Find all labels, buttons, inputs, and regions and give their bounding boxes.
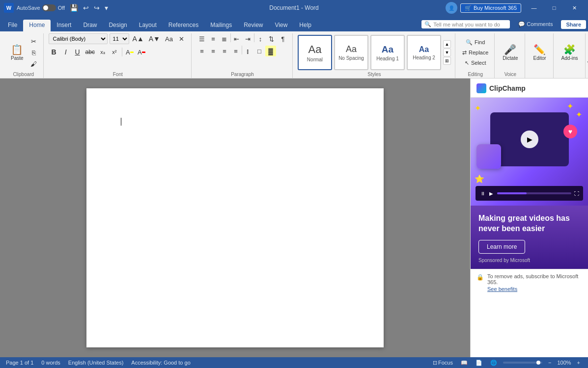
columns-button[interactable]: ⫿ <box>243 46 253 56</box>
line-spacing-button[interactable]: ↕ <box>255 33 266 44</box>
focus-button[interactable]: ⊡ Focus <box>431 360 455 366</box>
style-heading1[interactable]: Aa Heading 1 <box>370 35 405 70</box>
editor-content: ✏️ Editor <box>530 33 549 72</box>
remove-ads-text-block: To remove ads, subscribe to Microsoft 36… <box>487 273 582 292</box>
zoom-out-button[interactable]: − <box>546 360 553 366</box>
save-button[interactable]: 💾 <box>68 3 80 13</box>
outdent-button[interactable]: ⇤ <box>231 33 242 44</box>
tab-layout[interactable]: Layout <box>133 20 163 31</box>
tab-view[interactable]: View <box>269 20 294 31</box>
font-shrink-button[interactable]: A▼ <box>147 33 162 44</box>
timeline-play-button[interactable]: ▶ <box>488 191 494 196</box>
tab-design[interactable]: Design <box>103 20 133 31</box>
see-benefits-link[interactable]: See benefits <box>487 286 582 292</box>
font-family-select[interactable]: Calibri (Body) <box>49 33 108 44</box>
align-right-button[interactable]: ≡ <box>219 46 230 56</box>
comments-button[interactable]: 💬 Comments <box>513 19 558 29</box>
font-color-button[interactable]: A <box>136 47 147 57</box>
profile-avatar[interactable]: 👤 <box>446 2 457 14</box>
justify-button[interactable]: ≡ <box>230 46 241 56</box>
video-mockup: ▶ <box>490 112 569 166</box>
tab-review[interactable]: Review <box>238 20 269 31</box>
tab-insert[interactable]: Insert <box>51 20 77 31</box>
zoom-slider[interactable] <box>503 362 542 364</box>
window-controls: — □ ✕ <box>524 3 584 13</box>
redo-button[interactable]: ↪ <box>92 3 102 13</box>
ribbon-expand-button[interactable]: ▼ <box>587 58 588 66</box>
tab-draw[interactable]: Draw <box>77 20 103 31</box>
font-size-select[interactable]: 11 <box>110 33 129 44</box>
font-grow-button[interactable]: A▲ <box>131 33 145 44</box>
autosave-toggle[interactable]: AutoSave Off <box>17 4 65 11</box>
underline-button[interactable]: U <box>72 47 83 57</box>
tab-references[interactable]: References <box>163 20 204 31</box>
zoom-in-button[interactable]: + <box>575 360 582 366</box>
maximize-button[interactable]: □ <box>544 3 564 13</box>
buy-microsoft365-button[interactable]: 🛒 Buy Microsoft 365 <box>460 3 521 13</box>
print-layout-button[interactable]: 📄 <box>474 360 484 366</box>
indent-button[interactable]: ⇥ <box>243 33 253 44</box>
close-button[interactable]: ✕ <box>564 3 584 13</box>
styles-scroll-down[interactable]: ▼ <box>443 49 451 56</box>
align-left-button[interactable]: ≡ <box>196 46 207 56</box>
tab-home[interactable]: Home <box>23 20 51 31</box>
clipboard-content: 📋 Paste ✂ ⎘ 🖌 <box>8 33 39 72</box>
clear-format-button[interactable]: ✕ <box>176 33 187 44</box>
styles-scroll-up[interactable]: ▲ <box>443 40 451 48</box>
sort-button[interactable]: ⇅ <box>266 33 277 44</box>
find-button[interactable]: 🔍 Find <box>464 38 487 47</box>
shading-button[interactable]: ▓ <box>265 46 276 56</box>
style-nospacing[interactable]: Aa No Spacing <box>334 35 368 70</box>
search-placeholder: Tell me what you want to do <box>433 22 500 27</box>
bold-button[interactable]: B <box>49 47 59 57</box>
bullets-button[interactable]: ☰ <box>196 33 207 44</box>
web-layout-button[interactable]: 🌐 <box>488 360 499 366</box>
document-page[interactable] <box>86 88 384 347</box>
numbering-button[interactable]: ≡ <box>208 33 219 44</box>
font-color-icon: A <box>138 49 142 56</box>
change-case-button[interactable]: Aa <box>164 33 174 44</box>
dictate-button[interactable]: 🎤 Dictate <box>500 43 521 63</box>
tab-mailings[interactable]: Mailings <box>204 20 238 31</box>
timeline-pause-button[interactable]: ⏸ <box>479 191 486 196</box>
star-icon-3: ✦ <box>576 110 582 119</box>
timeline-bar: ⏸ ▶ ⛶ <box>476 186 583 201</box>
customize-button[interactable]: ▾ <box>103 3 110 13</box>
superscript-button[interactable]: x² <box>109 47 120 57</box>
multilevel-button[interactable]: ≣ <box>219 33 230 44</box>
comments-icon: 💬 <box>518 21 525 27</box>
timeline-fullscreen-button[interactable]: ⛶ <box>574 191 579 196</box>
subscript-button[interactable]: x₂ <box>97 47 108 57</box>
zoom-slider-thumb[interactable] <box>536 361 540 365</box>
select-button[interactable]: ↖ Select <box>463 59 488 67</box>
paste-button[interactable]: 📋 Paste <box>8 43 27 63</box>
borders-button[interactable]: □ <box>254 46 265 56</box>
document-canvas[interactable] <box>0 79 470 357</box>
format-painter-button[interactable]: 🖌 <box>28 58 39 69</box>
style-heading2[interactable]: Aa Heading 2 <box>407 35 441 70</box>
share-button[interactable]: Share <box>561 20 586 29</box>
autosave-switch[interactable] <box>42 4 56 11</box>
align-center-button[interactable]: ≡ <box>208 46 219 56</box>
editor-button[interactable]: ✏️ Editor <box>530 43 549 63</box>
tab-file[interactable]: File <box>2 20 23 31</box>
addins-button[interactable]: 🧩 Add-ins <box>559 43 581 63</box>
text-highlight-button[interactable]: A <box>124 47 135 57</box>
showhide-button[interactable]: ¶ <box>278 33 288 44</box>
undo-button[interactable]: ↩ <box>81 3 91 13</box>
font-content: Calibri (Body) 11 A▲ A▼ Aa ✕ B I U abc x… <box>49 33 187 72</box>
learn-more-button[interactable]: Learn more <box>478 240 525 254</box>
strikethrough-button[interactable]: abc <box>84 47 96 57</box>
search-box[interactable]: 🔍 Tell me what you want to do <box>421 20 510 28</box>
replace-button[interactable]: ⇄ Replace <box>460 49 490 57</box>
minimize-button[interactable]: — <box>524 3 544 13</box>
style-normal[interactable]: Aa Normal <box>298 35 332 70</box>
tab-help[interactable]: Help <box>293 20 317 31</box>
clipboard-group: 📋 Paste ✂ ⎘ 🖌 Clipboard <box>4 33 44 78</box>
styles-expand[interactable]: ⊞ <box>443 57 451 65</box>
cut-button[interactable]: ✂ <box>28 36 39 47</box>
copy-button[interactable]: ⎘ <box>28 47 39 58</box>
read-mode-button[interactable]: 📖 <box>459 360 470 366</box>
italic-button[interactable]: I <box>60 47 71 57</box>
play-button[interactable]: ▶ <box>521 131 538 148</box>
